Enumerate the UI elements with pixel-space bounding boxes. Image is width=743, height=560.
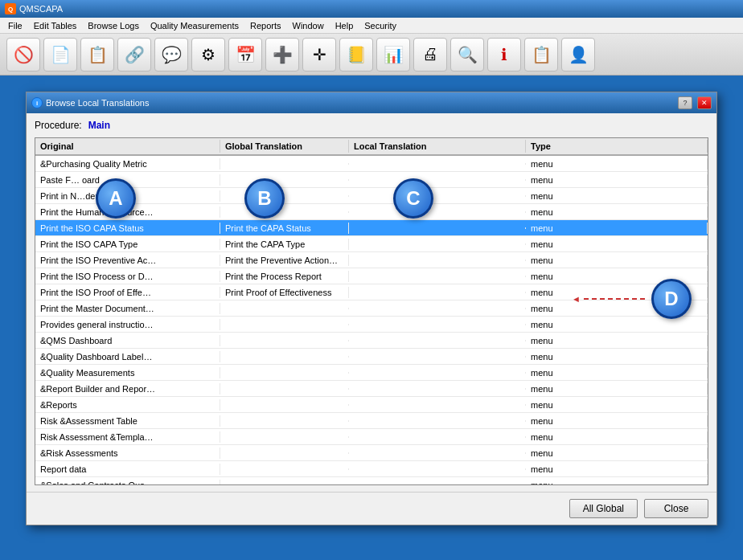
table-row[interactable]: Print the ISO Preventive Ac…Print the Pr… bbox=[35, 252, 708, 268]
td-original: &QMS Dashboard bbox=[35, 335, 220, 346]
dialog-title-bar: i Browse Local Translations ? ✕ bbox=[27, 92, 716, 113]
td-local bbox=[349, 484, 526, 485]
dialog-help-button[interactable]: ? bbox=[678, 96, 692, 109]
table-row[interactable]: &QMS Dashboardmenu bbox=[35, 333, 708, 349]
td-original: Print the Human Resource… bbox=[35, 206, 220, 218]
td-original: &Quality Dashboard Label… bbox=[35, 351, 220, 362]
table-row[interactable]: Risk &Assessment Tablemenu bbox=[35, 413, 708, 429]
td-original: &Quality Measurements bbox=[35, 367, 220, 378]
toolbar-move-btn[interactable]: ✛ bbox=[302, 38, 336, 72]
td-global: Print the Process Report bbox=[220, 271, 349, 282]
menu-file[interactable]: File bbox=[3, 18, 27, 33]
toolbar-new-btn[interactable]: 📋 bbox=[80, 38, 114, 72]
table-row[interactable]: Risk Assessment &Templa…menu bbox=[35, 429, 708, 445]
td-type: menu bbox=[526, 367, 708, 378]
td-local bbox=[349, 388, 526, 390]
td-local bbox=[349, 372, 526, 374]
toolbar-chart-btn[interactable]: 📊 bbox=[376, 38, 410, 72]
td-original: &Report Builder and Repor… bbox=[35, 383, 220, 394]
table-body[interactable]: &Purchasing Quality MetricmenuPaste F… o… bbox=[35, 156, 708, 484]
annotation-d: D bbox=[651, 279, 692, 319]
toolbar-search-btn[interactable]: 🔍 bbox=[450, 38, 484, 72]
col-header-global: Global Translation bbox=[220, 140, 349, 153]
table-row[interactable]: &Quality Measurementsmenu bbox=[35, 365, 708, 381]
table-header: Original Global Translation Local Transl… bbox=[35, 138, 708, 156]
table-row[interactable]: Print in N…dermenu bbox=[35, 188, 708, 204]
app-icon: Q bbox=[5, 3, 16, 14]
menu-bar: File Edit Tables Browse Logs Quality Mea… bbox=[0, 18, 743, 34]
td-type: menu bbox=[526, 319, 708, 330]
table-row[interactable]: &Report Builder and Repor…menu bbox=[35, 381, 708, 397]
menu-quality-measurements[interactable]: Quality Measurements bbox=[146, 18, 244, 33]
toolbar-network-btn[interactable]: 🔗 bbox=[117, 38, 151, 72]
table-row[interactable]: Print the ISO CAPA StatusPrint the CAPA … bbox=[35, 220, 708, 236]
table-row[interactable]: Print the ISO CAPA TypePrint the CAPA Ty… bbox=[35, 236, 708, 252]
dialog-close-button[interactable]: ✕ bbox=[697, 96, 712, 109]
menu-window[interactable]: Window bbox=[288, 18, 329, 33]
menu-browse-logs[interactable]: Browse Logs bbox=[83, 18, 144, 33]
toolbar-add-btn[interactable]: ➕ bbox=[265, 38, 299, 72]
td-local bbox=[349, 420, 526, 422]
menu-edit-tables[interactable]: Edit Tables bbox=[29, 18, 82, 33]
td-global bbox=[220, 436, 349, 438]
table-row[interactable]: Paste F… oardmenu bbox=[35, 172, 708, 188]
toolbar-notes-btn[interactable]: 📒 bbox=[339, 38, 373, 72]
td-global bbox=[220, 452, 349, 454]
td-type: menu bbox=[526, 335, 708, 346]
table-row[interactable]: &Quality Dashboard Label…menu bbox=[35, 349, 708, 365]
td-original: Print in N…der bbox=[35, 190, 220, 202]
td-local bbox=[349, 292, 526, 293]
table-row[interactable]: Print the Human Resource…menu bbox=[35, 204, 708, 220]
all-global-button[interactable]: All Global bbox=[569, 499, 638, 518]
toolbar-info-btn[interactable]: ℹ bbox=[487, 38, 521, 72]
td-original: Print the Master Document… bbox=[35, 303, 220, 314]
td-original: &Reports bbox=[35, 399, 220, 411]
td-global bbox=[220, 420, 349, 422]
td-global: Print the Preventive Action… bbox=[220, 255, 349, 266]
td-original: Paste F… oard bbox=[35, 174, 220, 186]
table-row[interactable]: Report datamenu bbox=[35, 461, 708, 477]
td-type: menu bbox=[526, 431, 708, 443]
procedure-row: Procedure: Main bbox=[35, 120, 708, 131]
toolbar-settings-btn[interactable]: ⚙ bbox=[191, 38, 225, 72]
td-type: menu bbox=[526, 158, 708, 170]
td-original: Print the ISO CAPA Status bbox=[35, 223, 220, 234]
td-local bbox=[349, 436, 526, 438]
td-type: menu bbox=[526, 239, 708, 250]
table-row[interactable]: Provides general instructio…menu bbox=[35, 317, 708, 333]
td-original: Print the ISO Proof of Effe… bbox=[35, 287, 220, 298]
table-row[interactable]: &Reportsmenu bbox=[35, 397, 708, 413]
td-global bbox=[220, 324, 349, 325]
toolbar-print-btn[interactable]: 🖨 bbox=[413, 38, 447, 72]
menu-reports[interactable]: Reports bbox=[245, 18, 286, 33]
td-global bbox=[220, 404, 349, 406]
td-type: menu bbox=[526, 415, 708, 427]
td-local bbox=[349, 260, 526, 261]
td-original: Risk Assessment &Templa… bbox=[35, 431, 220, 443]
td-type: menu bbox=[526, 190, 708, 202]
toolbar-calendar-btn[interactable]: 📅 bbox=[228, 38, 262, 72]
toolbar: 🚫 📄 📋 🔗 💬 ⚙ 📅 ➕ ✛ 📒 📊 🖨 🔍 ℹ 📋 👤 bbox=[0, 34, 743, 76]
table-row[interactable]: &Purchasing Quality Metricmenu bbox=[35, 156, 708, 172]
td-local bbox=[349, 356, 526, 358]
td-original: &Risk Assessments bbox=[35, 448, 220, 459]
table-row[interactable]: &Sales and Contracts Qua…menu bbox=[35, 477, 708, 484]
td-global bbox=[220, 308, 349, 309]
td-local bbox=[349, 404, 526, 406]
menu-help[interactable]: Help bbox=[330, 18, 359, 33]
app-title: QMSCAPA bbox=[19, 4, 63, 14]
translations-table: A B C ◄ D Original Global Translation Lo… bbox=[35, 137, 708, 485]
menu-security[interactable]: Security bbox=[359, 18, 401, 33]
toolbar-chat-btn[interactable]: 💬 bbox=[154, 38, 188, 72]
table-row[interactable]: &Risk Assessmentsmenu bbox=[35, 445, 708, 461]
td-type: menu bbox=[526, 480, 708, 485]
td-local bbox=[349, 163, 526, 165]
title-bar: Q QMSCAPA bbox=[0, 0, 743, 18]
close-button[interactable]: Close bbox=[644, 499, 708, 518]
dialog-icon: i bbox=[31, 97, 43, 108]
toolbar-no-btn[interactable]: 🚫 bbox=[6, 38, 40, 72]
toolbar-acrobat-btn[interactable]: 📄 bbox=[43, 38, 77, 72]
toolbar-user-btn[interactable]: 👤 bbox=[561, 38, 595, 72]
toolbar-list-btn[interactable]: 📋 bbox=[524, 38, 558, 72]
td-original: Print the ISO Preventive Ac… bbox=[35, 255, 220, 266]
